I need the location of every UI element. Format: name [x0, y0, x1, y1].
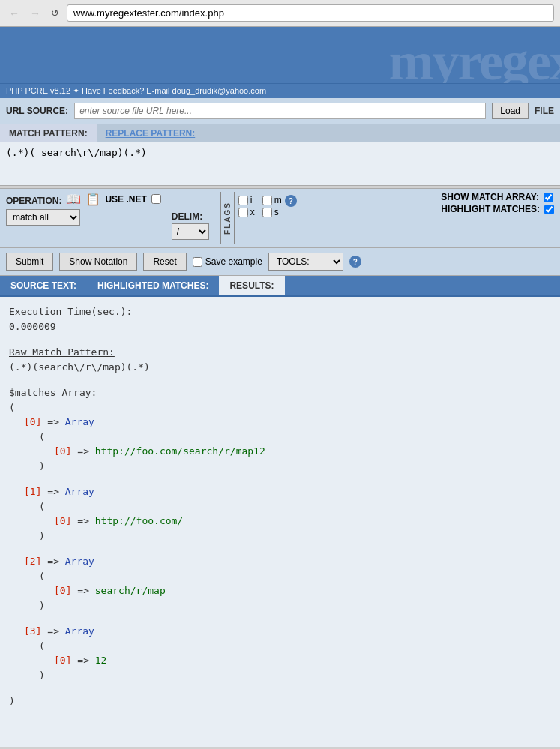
execution-time-label: Execution Time(sec.):: [9, 306, 132, 317]
use-net-label: USE .NET: [105, 194, 146, 205]
pattern-tabs: MATCH PATTERN: REPLACE PATTERN:: [0, 124, 560, 142]
match-0-0-value: http://foo.com/search/r/map12: [95, 445, 265, 457]
match-3-index: [3]: [24, 625, 41, 637]
load-button[interactable]: Load: [492, 103, 529, 119]
flags-label: FLAGS: [223, 202, 232, 235]
file-label: FILE: [535, 106, 554, 116]
match-1-0-index: [0]: [54, 515, 71, 526]
tools-help-icon[interactable]: ?: [349, 256, 361, 268]
match-3-arrow: =>: [47, 625, 64, 637]
match-3-type: Array: [65, 625, 94, 637]
replace-pattern-tab[interactable]: REPLACE PATTERN:: [97, 124, 205, 142]
show-match-array-checkbox[interactable]: [544, 193, 553, 202]
match-3-close: ): [39, 668, 551, 683]
match-2-0-value: search/r/map: [95, 585, 166, 596]
php-info-bar: PHP PCRE v8.12 ✦ Have Feedback? E-mail d…: [0, 83, 560, 98]
match-2-0-arrow: =>: [77, 585, 94, 596]
flag-x-checkbox[interactable]: [238, 208, 248, 217]
match-0-0-arrow: =>: [77, 445, 94, 457]
url-source-row: URL SOURCE: Load FILE: [0, 98, 560, 124]
flags-help-icon[interactable]: ?: [285, 195, 297, 207]
flag-i-checkbox[interactable]: [238, 196, 248, 205]
match-1-arrow: =>: [47, 486, 64, 497]
flag-x-item: x: [238, 207, 255, 217]
match-0-0-index: [0]: [54, 445, 71, 457]
match-1-index: [1]: [24, 486, 41, 497]
match-0-type: Array: [65, 416, 94, 427]
match-2-open: (: [39, 569, 551, 584]
save-example-label: Save example: [205, 256, 262, 267]
matches-array-label: $matches Array:: [9, 387, 97, 398]
highlight-matches-checkbox[interactable]: [544, 205, 554, 214]
match-0-open: (: [39, 430, 551, 445]
operation-area: OPERATION: 📖 📋 USE .NET match all match …: [0, 188, 560, 248]
match-1-close: ): [39, 529, 551, 544]
operation-label: OPERATION:: [6, 193, 61, 206]
delim-select[interactable]: / # ~: [172, 223, 209, 240]
raw-match-value: (.*)(search\/r\/map)(.*): [9, 361, 150, 373]
match-1: [1] => Array ( [0] => http://foo.com/ ): [9, 484, 551, 543]
buttons-row: Submit Show Notation Reset Save example …: [0, 248, 560, 276]
flag-s-label: s: [274, 207, 279, 217]
page-wrapper: myregex PHP PCRE v8.12 ✦ Have Feedback? …: [0, 27, 560, 747]
match-3: [3] => Array ( [0] => 12 ): [9, 624, 551, 682]
results-content: Execution Time(sec.): 0.000009 Raw Match…: [0, 297, 560, 747]
result-tabs: SOURCE TEXT: HIGHLIGHTED MATCHES: RESULT…: [0, 276, 560, 297]
source-text-tab[interactable]: SOURCE TEXT:: [0, 276, 87, 295]
match-2-0-index: [0]: [54, 585, 71, 596]
raw-match-value-line: (.*)(search\/r\/map)(.*): [9, 360, 551, 375]
flag-m-checkbox[interactable]: [262, 196, 272, 205]
raw-match-label-line: Raw Match Pattern:: [9, 345, 551, 360]
banner-text: myregex: [388, 31, 560, 83]
match-3-0-value: 12: [95, 655, 107, 666]
match-pattern-tab[interactable]: MATCH PATTERN:: [0, 124, 97, 142]
flag-x-label: x: [250, 207, 255, 217]
match-1-0-value: http://foo.com/: [95, 515, 183, 526]
show-match-array-label: SHOW MATCH ARRAY:: [441, 192, 539, 202]
delim-label: DELIM:: [172, 211, 209, 222]
flag-m-item: m: [262, 195, 282, 205]
match-0-arrow: =>: [47, 416, 64, 427]
match-2-type: Array: [65, 556, 94, 567]
highlighted-matches-tab[interactable]: HIGHLIGHTED MATCHES:: [87, 276, 219, 295]
tools-select[interactable]: TOOLS:: [268, 253, 343, 271]
show-match-array-row: SHOW MATCH ARRAY:: [441, 192, 554, 202]
match-2-index: [2]: [24, 556, 41, 567]
match-1-type: Array: [65, 486, 94, 497]
match-2-close: ): [39, 598, 551, 613]
flag-s-item: s: [262, 207, 282, 217]
header-banner: myregex: [0, 27, 560, 83]
flag-s-checkbox[interactable]: [262, 208, 272, 217]
execution-time-value: 0.000009: [9, 321, 56, 332]
save-example-checkbox[interactable]: [193, 257, 202, 267]
submit-button[interactable]: Submit: [6, 253, 53, 271]
flag-i-label: i: [250, 195, 253, 205]
match-3-0-arrow: =>: [77, 655, 94, 666]
match-1-open: (: [39, 499, 551, 514]
highlight-matches-label: HIGHLIGHT MATCHES:: [441, 204, 540, 214]
execution-time-label-line: Execution Time(sec.):: [9, 304, 551, 319]
reset-button[interactable]: Reset: [143, 253, 186, 271]
use-net-checkbox[interactable]: [151, 194, 161, 204]
browser-toolbar: ← → ↺: [0, 0, 560, 27]
url-bar[interactable]: [67, 4, 554, 22]
php-info-text: PHP PCRE v8.12 ✦ Have Feedback? E-mail d…: [6, 86, 266, 95]
highlight-matches-row: HIGHLIGHT MATCHES:: [441, 204, 554, 214]
edit-icon: 📋: [85, 192, 100, 206]
execution-time-value-line: 0.000009: [9, 319, 551, 334]
url-source-label: URL SOURCE:: [6, 106, 68, 116]
match-0-index: [0]: [24, 416, 41, 427]
pattern-input[interactable]: (.*)( search\r\/map)(.*): [0, 142, 560, 186]
match-select[interactable]: match all match first match global: [6, 209, 80, 226]
matches-array-close: ): [9, 694, 551, 709]
refresh-button[interactable]: ↺: [48, 6, 62, 20]
results-tab[interactable]: RESULTS:: [219, 276, 284, 295]
back-button[interactable]: ←: [6, 6, 22, 21]
show-notation-button[interactable]: Show Notation: [59, 253, 137, 271]
raw-match-label: Raw Match Pattern:: [9, 346, 115, 358]
matches-array-open: (: [9, 400, 551, 415]
flag-i-item: i: [238, 195, 255, 205]
match-0-close: ): [39, 459, 551, 474]
url-source-input[interactable]: [74, 103, 486, 119]
forward-button[interactable]: →: [27, 6, 43, 21]
